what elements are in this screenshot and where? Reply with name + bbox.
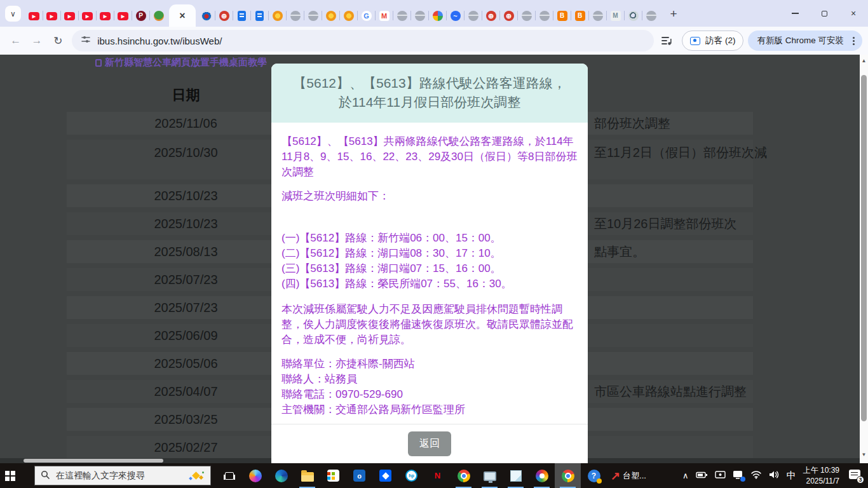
- volume-icon[interactable]: [769, 470, 780, 482]
- taskbar-app-taskview[interactable]: [216, 463, 242, 488]
- taskbar-app-dropbox[interactable]: [372, 463, 398, 488]
- pinned-tab-blogger[interactable]: B: [571, 5, 588, 27]
- pinned-tab-globe[interactable]: [393, 5, 410, 27]
- pinned-tab-flower[interactable]: [340, 5, 357, 27]
- pinned-tab-globe[interactable]: [536, 5, 553, 27]
- pinned-tab-wave[interactable]: ~: [447, 5, 464, 27]
- taskbar-app-hp[interactable]: hp: [398, 463, 424, 488]
- pinned-tab-globe[interactable]: [589, 5, 606, 27]
- page-top-link[interactable]: 新竹縣智慧公車網頁放置手機桌面教學: [95, 57, 267, 69]
- chrome-update-button[interactable]: 有新版 Chrome 可安裝: [748, 30, 862, 51]
- active-tab[interactable]: ×: [169, 4, 196, 27]
- pinned-tab-magnifier[interactable]: [625, 5, 642, 27]
- pinned-tab-youtube[interactable]: ▶: [114, 5, 132, 27]
- battery-icon[interactable]: [696, 470, 708, 482]
- pinned-tab-emblem[interactable]: ⊕: [482, 5, 499, 27]
- pinned-tab-globe[interactable]: [304, 5, 322, 27]
- blogger-favicon: B: [557, 11, 567, 21]
- display-notification-icon[interactable]: [733, 470, 743, 482]
- profile-chip[interactable]: 訪客 (2): [682, 30, 743, 51]
- taskbar-app-notes[interactable]: [503, 463, 529, 488]
- pinned-tab-youtube[interactable]: ▶: [61, 5, 78, 27]
- tab-search-button[interactable]: ∨: [5, 6, 21, 22]
- row-title-fragment: 市區公車路線站點進行調整: [594, 383, 747, 400]
- pinned-tab-emblem[interactable]: ⊕: [500, 5, 517, 27]
- tree-favicon: [154, 11, 164, 21]
- pinned-tab-maps[interactable]: [429, 5, 446, 27]
- pinned-tab-emblem[interactable]: ⊕: [215, 5, 233, 27]
- taskbar-app-store[interactable]: [320, 463, 346, 488]
- window-maximize-button[interactable]: [810, 0, 839, 27]
- back-to-list-button[interactable]: 返回: [408, 431, 451, 456]
- window-minimize-button[interactable]: [780, 0, 810, 27]
- back-button[interactable]: ←: [6, 34, 25, 47]
- site-settings-icon[interactable]: [81, 34, 91, 47]
- pinned-tab-drop[interactable]: [198, 5, 215, 27]
- dropbox-icon: [379, 470, 391, 482]
- notification-center-button[interactable]: 3: [849, 470, 864, 482]
- maximize-icon: [822, 11, 827, 17]
- taskbar-app-edge[interactable]: [268, 463, 294, 488]
- overflow-menu-icon[interactable]: [853, 40, 855, 42]
- taskbar-app-outlook[interactable]: o: [346, 463, 372, 488]
- scroll-up-arrow[interactable]: ▲: [860, 56, 868, 65]
- organize-tabs-icon[interactable]: [655, 36, 677, 46]
- pinned-tab-globe[interactable]: [518, 5, 535, 27]
- window-close-button[interactable]: ×: [839, 0, 868, 27]
- taskbar-clock[interactable]: 上午 10:39 2025/11/7: [803, 465, 839, 485]
- modal-contact-list: 聯絡單位：亦捷科際-關西站聯絡人：站務員聯絡電話：0970-529-690主管機…: [281, 356, 578, 417]
- vertical-scrollbar[interactable]: ▲ ▼: [860, 55, 868, 463]
- pinned-tab-tree[interactable]: [150, 5, 167, 27]
- taskbar-app-explorer[interactable]: [294, 463, 320, 488]
- pinned-tab-blogger[interactable]: B: [553, 5, 571, 27]
- forward-button[interactable]: →: [27, 34, 46, 47]
- taskbar-app-copilot[interactable]: [242, 463, 268, 488]
- update-label: 有新版 Chrome 可安裝: [757, 35, 844, 46]
- pinned-tab-docs[interactable]: [251, 5, 268, 27]
- taskbar-app-chrome-active[interactable]: [555, 463, 581, 488]
- cast-icon[interactable]: [715, 470, 726, 482]
- pinned-tab-youtube[interactable]: ▶: [43, 5, 60, 27]
- taskbar-app-monitor[interactable]: [477, 463, 503, 488]
- taskbar-app-chrome[interactable]: [451, 463, 477, 488]
- tray-expand-chevron-icon[interactable]: ∧: [682, 471, 689, 480]
- pinned-tab-gmail[interactable]: M: [376, 5, 393, 27]
- modal-intro: 【5612】、【5613】共兩條路線代駛公路客運路線，於114年11月8、9、1…: [281, 134, 578, 180]
- pinned-tab-docs[interactable]: [233, 5, 250, 27]
- taskbar-app-paint[interactable]: [529, 463, 555, 488]
- pinned-tab-flower[interactable]: [269, 5, 286, 27]
- new-tab-button[interactable]: +: [665, 5, 682, 23]
- pinned-tab-youtube[interactable]: ▶: [79, 5, 96, 27]
- pinned-tab-globe[interactable]: [465, 5, 482, 27]
- taskbar-stock-app[interactable]: ↗ 台塑...: [607, 463, 650, 488]
- edge-icon: [275, 470, 288, 482]
- scroll-down-arrow[interactable]: ▼: [860, 450, 868, 459]
- announcement-modal: 【5612】、【5613】路線代駛公路客運路線，於114年11月假日部份班次調整…: [271, 64, 588, 463]
- globe-favicon: [646, 11, 656, 21]
- address-bar[interactable]: ibus.hsinchu.gov.tw/ibusWeb/: [72, 30, 654, 51]
- ime-indicator[interactable]: 中: [787, 470, 796, 482]
- taskbar-help[interactable]: ?: [581, 463, 607, 488]
- start-button[interactable]: [0, 463, 25, 488]
- browser-toolbar: ← → ↻ ibus.hsinchu.gov.tw/ibusWeb/ 訪客 (2…: [0, 27, 868, 55]
- wifi-icon[interactable]: [750, 470, 762, 482]
- reload-button[interactable]: ↻: [48, 34, 68, 48]
- pinned-tab-youtube[interactable]: ▶: [97, 5, 114, 27]
- pinned-tab-globe[interactable]: [642, 5, 660, 27]
- vertical-scrollbar-thumb[interactable]: [861, 75, 867, 421]
- horizontal-scrollbar-thumb[interactable]: [24, 459, 163, 463]
- system-monitor-icon: [484, 471, 496, 481]
- pinterest-favicon: P: [136, 11, 146, 21]
- pinned-tab-m-gray[interactable]: M: [607, 5, 624, 27]
- taskbar-app-netflix[interactable]: N: [424, 463, 451, 488]
- pinned-tab-globe[interactable]: [287, 5, 304, 27]
- taskbar-search-box[interactable]: 在這裡輸入文字來搜尋: [34, 466, 211, 485]
- pinned-tab-google[interactable]: G: [358, 5, 375, 27]
- schedule-line: (二)【5612】路線：湖口端08：30、17：10。: [281, 246, 578, 261]
- pinned-tab-globe[interactable]: [411, 5, 428, 27]
- tab-close-icon[interactable]: ×: [179, 10, 185, 22]
- top-link-label: 新竹縣智慧公車網頁放置手機桌面教學: [105, 57, 267, 69]
- pinned-tab-flower[interactable]: [322, 5, 339, 27]
- pinned-tab-youtube[interactable]: ▶: [25, 5, 43, 27]
- pinned-tab-pinterest[interactable]: P: [132, 5, 149, 27]
